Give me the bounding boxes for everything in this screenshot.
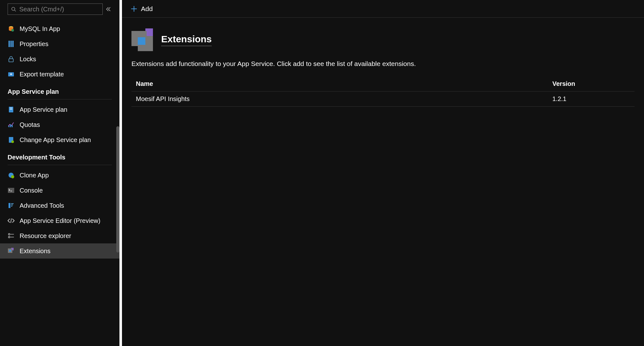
sidebar-item-quotas[interactable]: Quotas (0, 117, 119, 132)
svg-rect-5 (10, 41, 12, 47)
sidebar-item-label: Quotas (20, 121, 40, 128)
extensions-logo-icon (131, 28, 154, 51)
extensions-icon (8, 248, 15, 254)
sidebar-item-mysql-in-app[interactable]: MySQL In App (0, 21, 119, 36)
extensions-table: Name Version Moesif API Insights 1.2.1 (131, 76, 635, 107)
table-row[interactable]: Moesif API Insights 1.2.1 (131, 92, 635, 107)
sidebar-item-app-service-editor[interactable]: App Service Editor (Preview) (0, 213, 119, 228)
sidebar-item-console[interactable]: Console (0, 183, 119, 198)
add-button[interactable]: Add (131, 5, 153, 13)
sidebar-item-label: Resource explorer (20, 232, 71, 240)
svg-rect-7 (9, 59, 13, 62)
svg-point-18 (11, 175, 14, 178)
svg-rect-4 (9, 41, 10, 47)
svg-line-1 (15, 10, 16, 11)
sidebar-item-app-service-plan[interactable]: App Service plan (0, 102, 119, 117)
toolbar: Add (122, 0, 644, 18)
svg-rect-6 (12, 41, 14, 47)
sidebar-item-label: Advanced Tools (20, 202, 64, 209)
search-input[interactable] (19, 6, 99, 13)
sidebar-item-clone-app[interactable]: Clone App (0, 168, 119, 183)
console-icon (8, 187, 15, 194)
column-header-version[interactable]: Version (552, 80, 635, 87)
divider (8, 99, 112, 99)
chart-icon (8, 121, 15, 128)
svg-rect-33 (138, 37, 145, 45)
sidebar-item-label: Clone App (20, 172, 49, 179)
svg-rect-14 (12, 125, 13, 127)
sidebar-item-change-app-service-plan[interactable]: Change App Service plan (0, 132, 119, 147)
cell-name: Moesif API Insights (136, 95, 552, 103)
sidebar-item-label: Change App Service plan (20, 136, 91, 144)
page-title: Extensions (161, 34, 212, 46)
svg-line-22 (11, 218, 11, 223)
lock-icon (8, 56, 15, 63)
page-description: Extensions add functionality to your App… (131, 60, 635, 68)
collapse-sidebar-button[interactable] (105, 7, 112, 12)
svg-rect-21 (9, 203, 10, 208)
svg-rect-29 (9, 250, 11, 252)
resource-icon (8, 232, 15, 239)
sidebar-nav: MySQL In App Properties (0, 15, 119, 346)
sidebar-section-development-tools: Development Tools (0, 147, 119, 164)
svg-point-25 (9, 236, 10, 238)
cell-version: 1.2.1 (552, 95, 635, 103)
svg-point-23 (9, 234, 10, 235)
scrollbar[interactable] (116, 126, 119, 253)
sidebar-item-label: MySQL In App (20, 25, 60, 33)
content-pane: Add Extensions Extensions add functional… (122, 0, 644, 346)
divider (8, 165, 112, 165)
plan-icon (8, 106, 15, 113)
sidebar-item-advanced-tools[interactable]: Advanced Tools (0, 198, 119, 213)
add-button-label: Add (141, 5, 153, 13)
svg-rect-11 (10, 109, 12, 110)
globe-icon (8, 172, 15, 179)
sidebar-item-label: App Service Editor (Preview) (20, 217, 100, 224)
svg-rect-13 (10, 124, 11, 127)
sidebar-item-properties[interactable]: Properties (0, 36, 119, 51)
search-icon (11, 7, 16, 12)
column-header-name[interactable]: Name (136, 80, 552, 87)
svg-point-0 (12, 7, 15, 10)
change-plan-icon (8, 136, 15, 143)
svg-rect-19 (8, 188, 14, 193)
sidebar-item-label: Export template (20, 71, 64, 78)
svg-point-16 (11, 140, 14, 143)
plus-icon (131, 6, 137, 12)
database-icon (8, 25, 15, 32)
table-header-row: Name Version (131, 76, 635, 92)
sidebar-item-resource-explorer[interactable]: Resource explorer (0, 228, 119, 243)
sidebar-item-label: Extensions (20, 248, 51, 255)
page-header: Extensions (131, 28, 635, 51)
sidebar-section-app-service-plan: App Service plan (0, 82, 119, 98)
svg-point-3 (11, 29, 14, 32)
sidebar-item-label: Console (20, 187, 43, 194)
sidebar-item-export-template[interactable]: Export template (0, 67, 119, 82)
sidebar-item-locks[interactable]: Locks (0, 51, 119, 67)
sidebar-item-label: Properties (20, 40, 48, 48)
properties-icon (8, 40, 15, 47)
export-icon (8, 71, 15, 78)
code-icon (8, 217, 15, 224)
chevron-double-left-icon (106, 7, 111, 12)
search-box[interactable] (8, 3, 103, 15)
pane-divider[interactable] (119, 0, 122, 346)
sidebar-item-extensions[interactable]: Extensions (0, 243, 119, 259)
sidebar-item-label: Locks (20, 56, 36, 63)
svg-rect-12 (9, 126, 9, 127)
svg-rect-10 (10, 108, 12, 108)
tools-icon (8, 202, 15, 209)
sidebar: MySQL In App Properties (0, 0, 119, 346)
sidebar-item-label: App Service plan (20, 106, 67, 113)
